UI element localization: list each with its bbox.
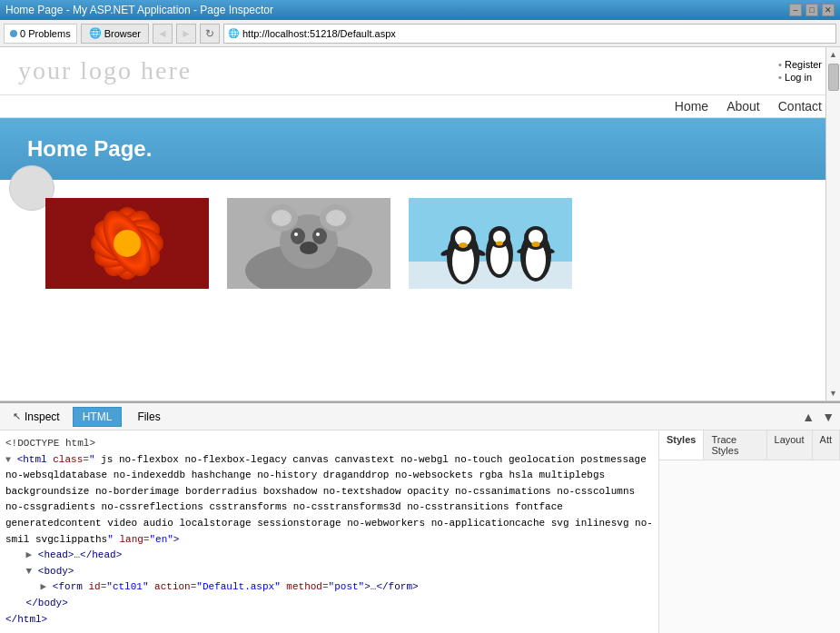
svg-point-26 [459, 242, 468, 248]
styles-tab-layout[interactable]: Layout [767, 430, 813, 460]
address-icon: 🌐 [228, 28, 239, 38]
login-link[interactable]: Log in [778, 72, 812, 83]
scroll-down-button[interactable]: ▼ [826, 386, 840, 401]
image-flower [45, 198, 209, 289]
site-header: your logo here Register Log in [0, 47, 840, 95]
svg-point-18 [316, 232, 320, 236]
styles-tab-att[interactable]: Att [813, 430, 840, 460]
site-nav: Home About Contact [0, 95, 840, 118]
svg-point-15 [291, 228, 305, 244]
title-bar-title: Home Page - My ASP.NET Application - Pag… [5, 4, 789, 16]
inspector-panel: ↖ Inspect HTML Files ▲ ▼ <!DOCTYPE html>… [0, 401, 840, 633]
register-link[interactable]: Register [778, 59, 822, 70]
scroll-thumb[interactable] [828, 64, 839, 91]
styles-panel: Styles Trace Styles Layout Att [658, 430, 840, 633]
styles-tab-trace[interactable]: Trace Styles [704, 430, 766, 460]
styles-tabs: Styles Trace Styles Layout Att [659, 430, 840, 460]
restore-button[interactable]: □ [805, 4, 818, 16]
form-line: ▶ <form id="ctl01" action="Default.aspx"… [5, 579, 653, 596]
close-button[interactable]: ✕ [822, 4, 835, 16]
site-header-links: Register Log in [778, 59, 822, 83]
inspect-button[interactable]: ↖ Inspect [5, 409, 67, 425]
body-open-line: ▼ <body> [5, 564, 653, 580]
inspector-toolbar-right: ▲ ▼ [802, 410, 835, 424]
svg-point-12 [272, 210, 292, 226]
html-tree[interactable]: <!DOCTYPE html> ▼ <html class=" js no-fl… [0, 430, 658, 633]
nav-contact[interactable]: Contact [778, 99, 822, 114]
html-open-line: ▼ <html class=" js no-flexbox no-flexbox… [5, 452, 653, 549]
address-url: http://localhost:51218/Default.aspx [242, 28, 396, 39]
collapse-up-button[interactable]: ▲ [802, 410, 815, 424]
svg-point-7 [114, 230, 141, 257]
inspector-body: <!DOCTYPE html> ▼ <html class=" js no-fl… [0, 430, 840, 633]
minimize-button[interactable]: – [789, 4, 802, 16]
scroll-up-button[interactable]: ▲ [826, 47, 840, 62]
forward-button[interactable]: ► [176, 24, 196, 44]
svg-point-16 [312, 228, 327, 244]
image-koala [227, 198, 390, 289]
svg-point-38 [532, 242, 540, 247]
doctype-line: <!DOCTYPE html> [5, 436, 653, 452]
svg-point-14 [326, 210, 346, 226]
head-line: ▶ <head>…</head> [5, 548, 653, 564]
svg-point-19 [300, 242, 318, 254]
styles-tab-styles[interactable]: Styles [659, 430, 704, 460]
hero-title: Home Page. [27, 136, 813, 162]
title-bar: Home Page - My ASP.NET Application - Pag… [0, 0, 840, 20]
toolbar: 0 Problems 🌐 Browser ◄ ► ↻ 🌐 http://loca… [0, 20, 840, 47]
nav-home[interactable]: Home [675, 99, 708, 114]
collapse-down-button[interactable]: ▼ [822, 410, 835, 424]
html-close-line: </html> [5, 612, 653, 628]
site-header-right: Register Log in [778, 59, 822, 83]
site-logo: your logo here [18, 56, 192, 85]
svg-point-17 [294, 232, 298, 236]
hero-banner: Home Page. [0, 118, 840, 180]
svg-point-33 [496, 242, 503, 246]
problems-icon [10, 30, 17, 37]
back-button[interactable]: ◄ [153, 24, 173, 44]
tab-files[interactable]: Files [127, 407, 170, 427]
inspect-cursor-icon: ↖ [13, 410, 21, 422]
inspector-toolbar: ↖ Inspect HTML Files ▲ ▼ [0, 403, 840, 430]
image-penguins [409, 198, 572, 289]
browser-button[interactable]: 🌐 Browser [81, 24, 149, 44]
browser-content: your logo here Register Log in Home Abou… [0, 47, 840, 401]
nav-about[interactable]: About [726, 99, 760, 114]
problems-badge: 0 Problems [4, 24, 77, 44]
browser-icon: 🌐 [89, 27, 102, 39]
refresh-button[interactable]: ↻ [200, 24, 220, 44]
tab-html[interactable]: HTML [73, 407, 123, 427]
body-close-line: </body> [5, 596, 653, 612]
problems-label: 0 Problems [20, 28, 71, 39]
images-section [27, 189, 840, 298]
address-bar[interactable]: 🌐 http://localhost:51218/Default.aspx [223, 24, 836, 44]
browser-scrollbar[interactable]: ▲ ▼ [825, 47, 840, 401]
html-collapse-arrow[interactable]: ▼ [5, 455, 11, 465]
title-bar-controls[interactable]: – □ ✕ [789, 4, 835, 16]
